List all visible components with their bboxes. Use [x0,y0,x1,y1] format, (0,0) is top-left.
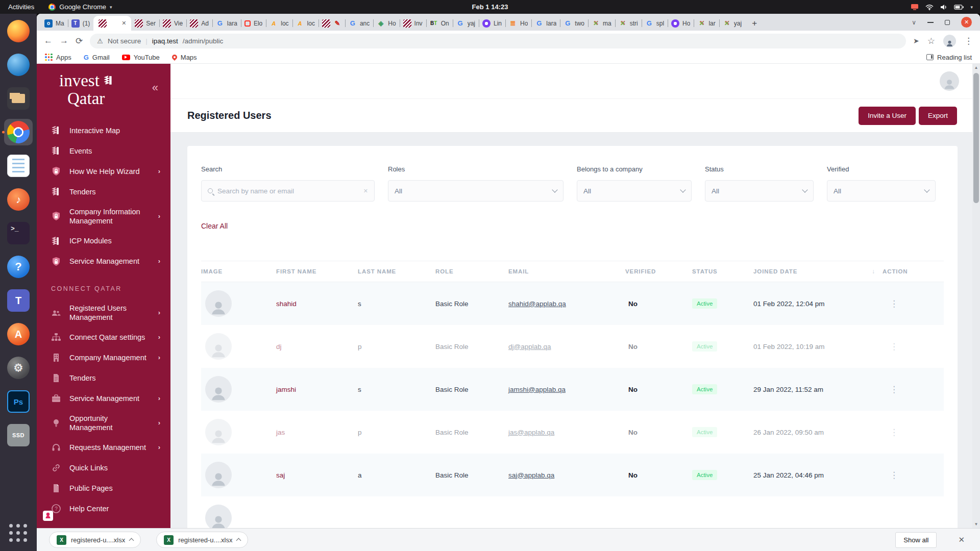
verified-select[interactable]: All [827,180,936,202]
tab-close-icon[interactable]: ✕ [121,20,126,27]
tab-loc[interactable]: Aloc [266,16,292,31]
tab-lara[interactable]: Glara [531,16,560,31]
bookmark-youtube[interactable]: YouTube [122,54,160,61]
export-button[interactable]: Export [919,107,957,125]
minimize-button[interactable] [927,22,934,23]
table-row[interactable]: jamshisBasic Rolejamshi@applab.qaNoActiv… [201,368,944,411]
row-actions-menu-icon[interactable]: ⋮ [883,470,944,481]
dock-software[interactable]: A [4,321,33,347]
tab-1[interactable]: T(1) [68,16,94,31]
roles-select[interactable]: All [388,180,564,202]
sidebar-item-help-center[interactable]: ?Help Center [37,498,170,519]
reload-button[interactable]: ⟳ [76,36,83,46]
column-header-last-name[interactable]: LAST NAME [358,268,435,274]
dock-thunderbird[interactable] [4,52,33,78]
reading-list-button[interactable]: Reading list [926,54,972,61]
tab-yaj[interactable]: ✕yaj [719,16,745,31]
chevron-up-icon[interactable] [129,538,134,543]
table-row[interactable]: shahidsBasic Roleshahid@applab.qaNoActiv… [201,282,944,325]
table-row[interactable]: sajaBasic Rolesaj@applab.qaNoActive25 Ja… [201,454,944,496]
invest-qatar-logo[interactable]: invest Qatar [37,64,170,107]
clear-all-link[interactable]: Clear All [201,222,228,230]
download-chip[interactable]: Xregistered-u....xlsx [156,532,248,548]
dock-app-grid[interactable] [4,521,33,548]
tab-two[interactable]: Gtwo [560,16,588,31]
row-actions-menu-icon[interactable]: ⋮ [883,298,944,309]
tab-ma[interactable]: ✕ma [588,16,615,31]
sidebar-item-tenders[interactable]: Tenders [37,368,170,388]
column-header-verified[interactable]: VERIFIED [625,268,692,274]
sidebar-item-events[interactable]: Events [37,141,170,161]
tab-yaj[interactable]: Gyaj [453,16,479,31]
bookmark-apps[interactable]: Apps [45,54,71,61]
email-link[interactable]: jamshi@applab.qa [508,386,625,393]
dock-photoshop[interactable]: Ps [4,388,33,415]
search-input[interactable]: Search by name or email ✕ [201,180,375,202]
sidebar-item-requests-management[interactable]: Requests Management› [37,437,170,458]
company-select[interactable]: All [577,180,692,202]
email-link[interactable]: shahid@applab.qa [508,300,625,308]
dock-writer[interactable] [4,153,33,179]
tab-ho[interactable]: ◈Ho [373,16,399,31]
dock-teams[interactable]: T [4,287,33,314]
column-header-joined-date[interactable]: JOINED DATE↓ [753,268,883,275]
email-link[interactable]: saj@applab.qa [508,471,625,479]
sidebar-item-company-information-management[interactable]: Company Information Management› [37,202,170,231]
sort-icon[interactable]: ↓ [872,268,875,275]
maximize-button[interactable] [945,20,950,25]
sidebar-item-how-we-help-wizard[interactable]: How We Help Wizard› [37,161,170,182]
dock-ssd[interactable]: SSD [4,422,33,448]
column-header-email[interactable]: EMAIL [508,268,625,274]
debug-hand-icon[interactable] [43,511,53,521]
row-actions-menu-icon[interactable]: ⋮ [883,384,944,395]
dock-firefox[interactable] [4,18,33,44]
scrollbar-thumb[interactable] [973,73,979,203]
scroll-down-icon[interactable]: ▼ [974,520,978,528]
download-chip[interactable]: Xregistered-u....xlsx [49,532,141,548]
table-row[interactable]: djpBasic Roledj@applab.qaNoActive01 Feb … [201,325,944,368]
sidebar-item-tenders[interactable]: Tenders [37,182,170,202]
address-bar[interactable]: ⚠ Not secure | ipaq.test/admin/public [90,34,906,48]
table-row-partial[interactable] [201,496,944,528]
tab-search-icon[interactable]: ∨ [912,19,916,26]
close-downloads-icon[interactable]: ✕ [952,535,971,544]
column-header-image[interactable]: IMAGE [201,268,276,274]
tab-invest-qatar-admin[interactable]: ✎ [318,16,345,31]
gnome-status-area[interactable]: ▾ [911,4,980,10]
profile-avatar[interactable] [943,35,956,47]
bookmark-gmail[interactable]: GGmail [84,54,110,61]
sidebar-collapse-button[interactable]: « [152,81,158,94]
tab-ser[interactable]: Ser [131,16,159,31]
dock-help[interactable]: ? [4,254,33,280]
tab-ad[interactable]: Ad [186,16,212,31]
tab-lar[interactable]: ✕lar [694,16,719,31]
sidebar-item-quick-links[interactable]: Quick Links [37,458,170,478]
sidebar-item-icp-modules[interactable]: ICP Modules [37,231,170,252]
sidebar-item-public-pages[interactable]: Public Pages [37,478,170,498]
browser-menu-icon[interactable]: ⋮ [964,36,973,46]
clock[interactable]: Feb 1 14:23 [472,3,508,11]
focused-app-menu[interactable]: Google Chrome ▾ [46,3,114,11]
invite-user-button[interactable]: Invite a User [859,107,916,125]
bookmark-maps[interactable]: Maps [172,54,197,61]
column-header-status[interactable]: STATUS [692,268,753,274]
column-header-first-name[interactable]: FIRST NAME [276,268,358,274]
bookmark-star-icon[interactable]: ☆ [927,36,935,46]
chevron-up-icon[interactable] [236,538,241,543]
tab-invest-qatar-admin[interactable]: ✕ [93,16,131,31]
sidebar-item-connect-qatar-settings[interactable]: Connect Qatar settings› [37,327,170,347]
table-row[interactable]: jaspBasic Rolejas@applab.qaNoActive26 Ja… [201,411,944,454]
dock-chrome[interactable] [4,119,33,145]
tab-anc[interactable]: Ganc [345,16,373,31]
close-window-button[interactable]: ✕ [961,17,972,28]
forward-button[interactable]: → [60,36,68,46]
tab-ho[interactable]: Ho [668,16,694,31]
sidebar-item-opportunity-management[interactable]: Opportunity Management› [37,409,170,437]
show-all-downloads-button[interactable]: Show all [895,532,937,548]
sidebar-item-interactive-map[interactable]: Interactive Map [37,120,170,141]
email-link[interactable]: jas@applab.qa [508,429,625,436]
share-icon[interactable]: ➤ [913,37,919,45]
tab-loc[interactable]: Aloc [292,16,318,31]
sidebar-item-service-management[interactable]: Service Management› [37,388,170,409]
page-scrollbar[interactable]: ▲ ▼ [972,64,980,528]
